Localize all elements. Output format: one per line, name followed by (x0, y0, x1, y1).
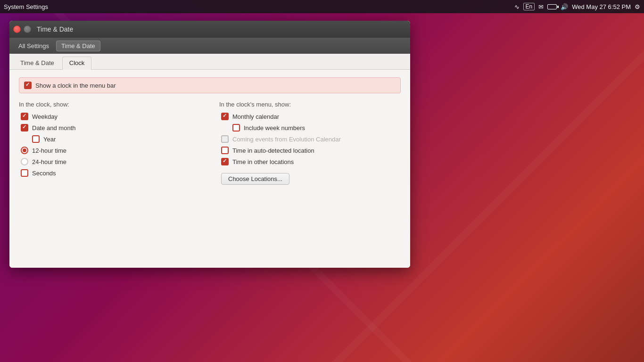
window: Time & Date All Settings Time & Date Tim… (9, 21, 410, 268)
window-title: Time & Date (37, 25, 73, 33)
tab-time-date[interactable]: Time & Date (13, 57, 61, 69)
lang-indicator[interactable]: En (523, 3, 535, 10)
weekday-label[interactable]: Weekday (32, 113, 58, 120)
show-clock-row: Show a clock in the menu bar (19, 77, 401, 93)
24hour-row: 24-hour time (19, 158, 200, 165)
week-numbers-checkbox[interactable] (232, 124, 240, 132)
auto-location-label[interactable]: Time in auto-detected location (232, 147, 314, 154)
system-datetime: Wed May 27 6:52 PM (572, 3, 631, 10)
seconds-checkbox[interactable] (21, 169, 28, 177)
date-month-row: Date and month (19, 124, 200, 132)
monthly-calendar-label[interactable]: Monthly calendar (232, 113, 279, 120)
seconds-row: Seconds (19, 169, 200, 177)
weekday-checkbox[interactable] (21, 113, 28, 120)
seconds-label[interactable]: Seconds (32, 170, 56, 177)
show-clock-label[interactable]: Show a clock in the menu bar (35, 82, 116, 89)
system-title: System Settings (4, 3, 48, 10)
year-checkbox[interactable] (32, 135, 40, 143)
other-locations-checkbox[interactable] (221, 158, 229, 165)
two-column-layout: In the clock, show: Weekday Date and mon… (19, 101, 401, 185)
week-numbers-row: Include week numbers (219, 124, 401, 132)
evolution-calendar-checkbox[interactable] (221, 135, 229, 143)
12hour-radio[interactable] (21, 147, 28, 154)
monthly-calendar-checkbox[interactable] (221, 113, 229, 120)
close-button[interactable] (13, 25, 21, 33)
year-label[interactable]: Year (43, 136, 56, 143)
other-locations-row: Time in other locations (219, 158, 401, 165)
12hour-row: 12-hour time (19, 147, 200, 154)
system-bar-right: ∿ En ✉ 🔊 Wed May 27 6:52 PM ⚙ (514, 3, 640, 10)
window-titlebar: Time & Date (9, 21, 410, 38)
evolution-calendar-row: Coming events from Evolution Calendar (219, 135, 401, 143)
date-month-checkbox[interactable] (21, 124, 28, 132)
all-settings-btn[interactable]: All Settings (13, 41, 54, 51)
choose-locations-button[interactable]: Choose Locations... (221, 173, 289, 185)
system-bar: System Settings ∿ En ✉ 🔊 Wed May 27 6:52… (0, 0, 644, 13)
content-area: Show a clock in the menu bar In the cloc… (9, 70, 410, 268)
minimize-button[interactable] (24, 25, 31, 33)
week-numbers-label[interactable]: Include week numbers (244, 124, 305, 132)
battery-icon (547, 4, 557, 9)
year-row: Year (19, 135, 200, 143)
show-clock-checkbox[interactable] (24, 82, 32, 89)
left-section-label: In the clock, show: (19, 101, 200, 108)
24hour-radio[interactable] (21, 158, 28, 165)
evolution-calendar-label: Coming events from Evolution Calendar (232, 136, 341, 143)
auto-location-row: Time in auto-detected location (219, 147, 401, 154)
weekday-row: Weekday (19, 113, 200, 120)
nav-bar: All Settings Time & Date (9, 38, 410, 54)
right-section-label: In the clock's menu, show: (219, 101, 401, 108)
24hour-label[interactable]: 24-hour time (32, 158, 66, 165)
gear-icon[interactable]: ⚙ (635, 3, 640, 10)
email-icon: ✉ (538, 3, 544, 10)
other-locations-label[interactable]: Time in other locations (232, 158, 294, 165)
tab-bar: Time & Date Clock (9, 54, 410, 70)
time-date-nav-btn[interactable]: Time & Date (56, 41, 100, 51)
right-column: In the clock's menu, show: Monthly calen… (210, 101, 401, 185)
tab-clock[interactable]: Clock (62, 57, 92, 70)
wifi-icon: ∿ (514, 3, 520, 10)
left-column: In the clock, show: Weekday Date and mon… (19, 101, 210, 185)
volume-icon: 🔊 (561, 3, 568, 10)
date-month-label[interactable]: Date and month (32, 124, 76, 132)
12hour-label[interactable]: 12-hour time (32, 147, 66, 154)
monthly-calendar-row: Monthly calendar (219, 113, 401, 120)
auto-location-checkbox[interactable] (221, 147, 229, 154)
